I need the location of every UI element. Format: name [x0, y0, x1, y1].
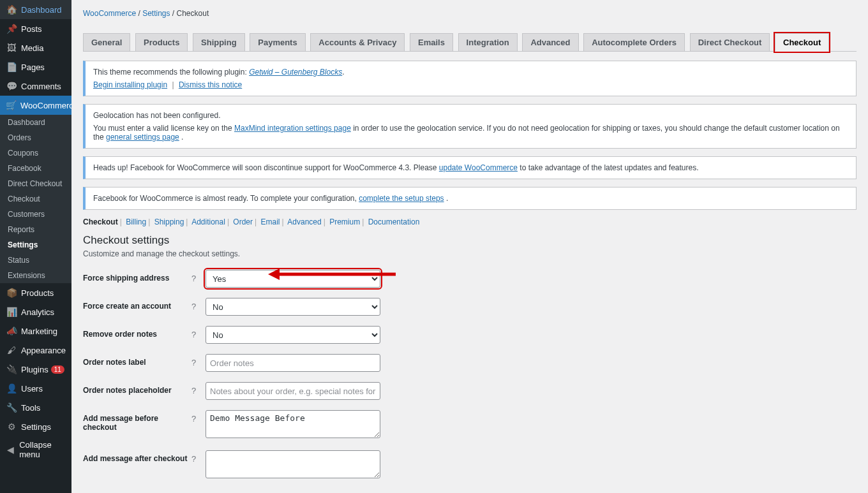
notice-text: to take advantage of the latest updates …: [520, 163, 698, 172]
menu-label: Media: [21, 43, 43, 53]
subnav-billing[interactable]: Billing: [126, 217, 146, 226]
menu-dashboard[interactable]: 🏠Dashboard: [0, 0, 71, 19]
subnav-checkout[interactable]: Checkout: [83, 217, 118, 226]
notice-facebook-setup: Facebook for WooCommerce is almost ready…: [83, 187, 857, 210]
menu-products[interactable]: 📦Products: [0, 283, 71, 302]
input-notes-placeholder[interactable]: [206, 382, 380, 400]
textarea-msg-before[interactable]: [206, 410, 380, 438]
menu-pages[interactable]: 📄Pages: [0, 57, 71, 77]
menu-analytics[interactable]: 📊Analytics: [0, 302, 71, 321]
page-icon: 📄: [6, 61, 17, 73]
tab-emails[interactable]: Emails: [410, 33, 453, 51]
help-icon[interactable]: ?: [191, 382, 206, 395]
menu-woocommerce[interactable]: 🛒WooCommerce: [0, 96, 71, 115]
menu-label: Analytics: [21, 307, 54, 317]
media-icon: 🖼: [6, 42, 17, 54]
tab-shipping[interactable]: Shipping: [193, 33, 245, 51]
subnav-premium[interactable]: Premium: [329, 217, 360, 226]
menu-users[interactable]: 👤Users: [0, 379, 71, 398]
menu-label: Products: [21, 288, 54, 298]
menu-comments[interactable]: 💬Comments: [0, 77, 71, 96]
notice-begin-install[interactable]: Begin installing plugin: [93, 80, 167, 89]
tab-products[interactable]: Products: [135, 33, 188, 51]
help-icon[interactable]: ?: [191, 354, 206, 367]
help-icon[interactable]: ?: [191, 450, 206, 464]
separator: |: [172, 80, 174, 89]
menu-posts[interactable]: 📌Posts: [0, 19, 71, 38]
breadcrumb-settings[interactable]: Settings: [142, 9, 170, 18]
select-force-account[interactable]: No Yes: [206, 298, 380, 316]
submenu-extensions[interactable]: Extensions: [0, 268, 71, 283]
menu-label: Tools: [21, 403, 40, 413]
menu-media[interactable]: 🖼Media: [0, 38, 71, 57]
row-force-account: Force create an account ? No Yes: [83, 298, 857, 316]
notice-maxmind-link[interactable]: MaxMind integration settings page: [234, 124, 351, 133]
help-icon[interactable]: ?: [191, 298, 206, 311]
submenu-facebook[interactable]: Facebook: [0, 161, 71, 176]
help-icon[interactable]: ?: [191, 410, 206, 423]
breadcrumb-woocommerce[interactable]: WooCommerce: [83, 9, 136, 18]
menu-collapse[interactable]: ◀Collapse menu: [0, 436, 71, 463]
analytics-icon: 📊: [6, 306, 17, 318]
subnav-email[interactable]: Email: [261, 217, 280, 226]
section-description: Customize and manage the checkout settin…: [83, 249, 857, 258]
submenu-direct-checkout[interactable]: Direct Checkout: [0, 176, 71, 191]
settings-tabs: General Products Shipping Payments Accou…: [83, 29, 857, 52]
subnav-additional[interactable]: Additional: [191, 217, 225, 226]
submenu-customers[interactable]: Customers: [0, 207, 71, 222]
notice-complete-setup-link[interactable]: complete the setup steps: [359, 194, 444, 203]
dashboard-icon: 🏠: [6, 4, 17, 15]
tool-icon: 🔧: [6, 402, 17, 413]
menu-label: Plugins: [21, 365, 49, 374]
tab-general[interactable]: General: [83, 33, 130, 51]
subnav-shipping[interactable]: Shipping: [154, 217, 184, 226]
notice-geolocation: Geolocation has not been configured. You…: [83, 104, 857, 149]
tab-checkout[interactable]: Checkout: [775, 33, 829, 52]
subnav-advanced[interactable]: Advanced: [287, 217, 321, 226]
menu-settings[interactable]: ⚙Settings: [0, 417, 71, 436]
label-msg-after: Add message after checkout: [83, 450, 191, 463]
input-notes-label[interactable]: [206, 354, 380, 372]
submenu-orders[interactable]: Orders: [0, 130, 71, 145]
submenu-reports[interactable]: Reports: [0, 222, 71, 237]
notice-general-settings-link[interactable]: general settings page: [106, 133, 179, 142]
tab-autocomplete-orders[interactable]: Autocomplete Orders: [583, 33, 685, 51]
collapse-icon: ◀: [6, 444, 15, 455]
tab-integration[interactable]: Integration: [458, 33, 518, 51]
notice-facebook-update: Heads up! Facebook for WooCommerce will …: [83, 156, 857, 179]
menu-tools[interactable]: 🔧Tools: [0, 398, 71, 417]
subnav-order[interactable]: Order: [233, 217, 253, 226]
select-remove-notes[interactable]: No Yes: [206, 326, 380, 344]
pin-icon: 📌: [6, 23, 17, 34]
menu-label: Collapse menu: [19, 440, 66, 459]
subnav-documentation[interactable]: Documentation: [368, 217, 420, 226]
menu-label: Pages: [21, 63, 45, 72]
notice-update-wc-link[interactable]: update WooCommerce: [439, 163, 518, 172]
notice-theme-recommends: This theme recommends the following plug…: [83, 61, 857, 96]
product-icon: 📦: [6, 287, 17, 298]
submenu-dashboard[interactable]: Dashboard: [0, 115, 71, 130]
notice-dismiss[interactable]: Dismiss this notice: [179, 80, 242, 89]
tab-direct-checkout[interactable]: Direct Checkout: [690, 33, 770, 51]
tab-payments[interactable]: Payments: [250, 33, 305, 51]
checkout-subnav: Checkout| Billing| Shipping| Additional|…: [83, 217, 857, 226]
menu-marketing[interactable]: 📣Marketing: [0, 321, 71, 341]
svg-marker-1: [268, 269, 280, 280]
submenu-coupons[interactable]: Coupons: [0, 145, 71, 161]
help-icon[interactable]: ?: [191, 326, 206, 339]
notice-plugin-link[interactable]: Getwid – Gutenberg Blocks: [249, 68, 342, 77]
submenu-settings[interactable]: Settings: [0, 237, 71, 253]
row-force-shipping: Force shipping address ? Yes No: [83, 270, 857, 288]
submenu-status[interactable]: Status: [0, 253, 71, 268]
menu-plugins[interactable]: 🔌Plugins11: [0, 360, 71, 379]
submenu-checkout[interactable]: Checkout: [0, 191, 71, 207]
appearance-icon: 🖌: [6, 344, 17, 356]
tab-accounts-privacy[interactable]: Accounts & Privacy: [310, 33, 405, 51]
marketing-icon: 📣: [6, 325, 17, 337]
menu-label: Settings: [21, 422, 51, 432]
menu-label: WooCommerce: [20, 101, 71, 110]
help-icon[interactable]: ?: [191, 270, 206, 283]
tab-advanced[interactable]: Advanced: [522, 33, 578, 51]
menu-appearance[interactable]: 🖌Appearance: [0, 341, 71, 360]
textarea-msg-after[interactable]: [206, 450, 380, 478]
